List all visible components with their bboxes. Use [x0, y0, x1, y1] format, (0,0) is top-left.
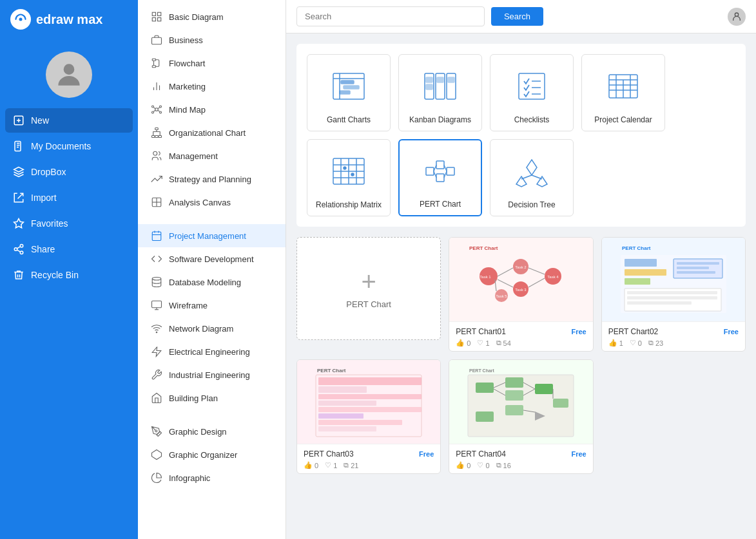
diagram-type-relationship-matrix[interactable]: Relationship Matrix [307, 139, 391, 216]
svg-rect-88 [436, 174, 444, 182]
template-card-02[interactable]: PERT Chart [601, 237, 746, 352]
mid-nav-network[interactable]: Network Diagram [138, 317, 286, 340]
diagram-type-project-calendar[interactable]: Project Calendar [581, 54, 665, 131]
mid-nav-infographic[interactable]: Infographic [138, 466, 286, 489]
mid-nav-management[interactable]: Management [138, 144, 286, 167]
sidebar-item-favorites[interactable]: Favorites [5, 211, 133, 236]
hearts-01: ♡ 1 [477, 339, 489, 347]
svg-rect-145 [505, 405, 523, 415]
main-area: Basic Diagram Business Flowchart Marketi… [138, 0, 756, 539]
mid-nav-org-chart[interactable]: Organizational Chart [138, 121, 286, 144]
mid-nav-network-label: Network Diagram [169, 324, 233, 334]
mid-nav-graphic-organizer[interactable]: Graphic Organizer [138, 443, 286, 466]
diagram-type-section: Gantt Charts [296, 44, 746, 227]
svg-rect-135 [318, 413, 363, 419]
mid-nav-software-dev-label: Software Development [169, 254, 254, 264]
svg-rect-133 [318, 401, 376, 406]
svg-text:Task 4: Task 4 [548, 275, 559, 279]
mid-nav-software-dev[interactable]: Software Development [138, 247, 286, 270]
svg-rect-117 [625, 259, 657, 267]
mid-nav-industrial[interactable]: Industrial Engineering [138, 363, 286, 386]
mid-nav-mind-map[interactable]: Mind Map [138, 98, 286, 121]
svg-rect-136 [318, 420, 402, 425]
svg-line-97 [521, 175, 532, 179]
svg-rect-31 [155, 128, 159, 130]
svg-point-8 [14, 248, 17, 251]
sidebar-item-dropbox[interactable]: DropBox [5, 160, 133, 184]
hearts-03: ♡ 1 [325, 461, 337, 469]
search-button[interactable]: Search [491, 7, 543, 26]
mid-nav-marketing[interactable]: Marketing [138, 75, 286, 98]
svg-point-1 [64, 64, 75, 75]
mid-nav-strategy[interactable]: Strategy and Planning [138, 167, 286, 191]
mid-nav-business[interactable]: Business [138, 28, 286, 52]
sidebar-item-share[interactable]: Share [5, 237, 133, 261]
svg-line-107 [528, 268, 545, 274]
svg-marker-6 [14, 219, 24, 228]
svg-rect-62 [437, 77, 443, 82]
svg-line-105 [498, 268, 513, 276]
sidebar-item-new[interactable]: New [5, 108, 133, 133]
diagram-type-kanban[interactable]: Kanban Diagrams [398, 54, 482, 131]
mid-nav-electrical[interactable]: Electrical Engineering [138, 340, 286, 363]
template-thumb-01: PERT Chart Task 1 Task [449, 238, 592, 321]
svg-line-27 [154, 108, 155, 109]
search-input[interactable] [296, 6, 485, 26]
template-stats-01: 👍 0 ♡ 1 ⧉ 54 [456, 339, 586, 347]
topbar: Search [286, 0, 756, 33]
mid-nav-wireframe[interactable]: Wireframe [138, 294, 286, 317]
mid-nav-industrial-label: Industrial Engineering [169, 370, 250, 380]
svg-rect-12 [152, 12, 155, 15]
diagram-type-pert[interactable]: PERT Chart [398, 139, 482, 216]
mid-nav-analysis-canvas[interactable]: Analysis Canvas [138, 191, 286, 214]
svg-rect-15 [158, 18, 161, 21]
gantt-label: Gantt Charts [327, 115, 371, 124]
mid-nav-database[interactable]: Database Modeling [138, 270, 286, 294]
mid-nav-building-plan[interactable]: Building Plan [138, 386, 286, 410]
sidebar-item-import[interactable]: Import [5, 185, 133, 210]
diagram-type-grid: Gantt Charts [307, 54, 735, 216]
mid-nav-database-label: Database Modeling [169, 278, 241, 287]
svg-point-0 [19, 18, 23, 21]
svg-point-85 [351, 173, 354, 176]
main-scroll-area[interactable]: Gantt Charts [286, 33, 756, 539]
svg-rect-142 [505, 390, 523, 401]
diagram-type-decision-tree[interactable]: Decision Tree [490, 139, 574, 216]
template-card-01[interactable]: PERT Chart Task 1 Task [449, 237, 593, 352]
sidebar-item-recycle-bin[interactable]: Recycle Bin [5, 263, 133, 287]
template-card-03[interactable]: PERT Chart [296, 359, 441, 474]
svg-rect-18 [152, 66, 155, 68]
mid-nav-graphic-design-label: Graphic Design [169, 427, 227, 437]
template-new-card[interactable]: + PERT Chart [296, 237, 441, 340]
user-profile-icon[interactable] [728, 8, 746, 26]
diagram-type-checklists[interactable]: Checklists [490, 54, 574, 131]
svg-text:PERT Chart: PERT Chart [469, 245, 498, 251]
sidebar-item-share-label: Share [31, 244, 55, 254]
kanban-label: Kanban Diagrams [409, 115, 471, 124]
sidebar-item-recycle-bin-label: Recycle Bin [31, 270, 79, 280]
template-title-03: PERT Chart03 [304, 449, 354, 459]
mid-nav-graphic-design[interactable]: Graphic Design [138, 420, 286, 443]
mid-nav-electrical-label: Electrical Engineering [169, 347, 250, 357]
mid-nav-flowchart[interactable]: Flowchart [138, 52, 286, 75]
template-title-01: PERT Chart01 [456, 327, 506, 336]
mid-nav-infographic-label: Infographic [169, 473, 210, 483]
mid-nav-basic-diagram[interactable]: Basic Diagram [138, 5, 286, 28]
svg-line-11 [17, 247, 20, 249]
svg-point-22 [155, 108, 159, 111]
mid-nav-project-management[interactable]: Project Management [138, 224, 286, 247]
copies-04: ⧉ 16 [496, 461, 511, 469]
checklists-label: Checklists [514, 115, 550, 124]
sidebar-item-dropbox-label: DropBox [31, 167, 66, 177]
svg-marker-49 [152, 450, 162, 460]
svg-point-48 [155, 430, 157, 432]
svg-text:PERT Chart: PERT Chart [622, 245, 651, 251]
sidebar-item-my-documents[interactable]: My Documents [5, 134, 133, 158]
likes-01: 👍 0 [456, 339, 470, 347]
template-card-04[interactable]: PERT Chart [449, 359, 593, 474]
diagram-type-gantt[interactable]: Gantt Charts [307, 54, 391, 131]
avatar[interactable] [46, 52, 92, 98]
mid-nav-business-label: Business [169, 35, 203, 45]
sidebar-item-favorites-label: Favorites [31, 218, 68, 229]
svg-point-23 [152, 106, 154, 108]
